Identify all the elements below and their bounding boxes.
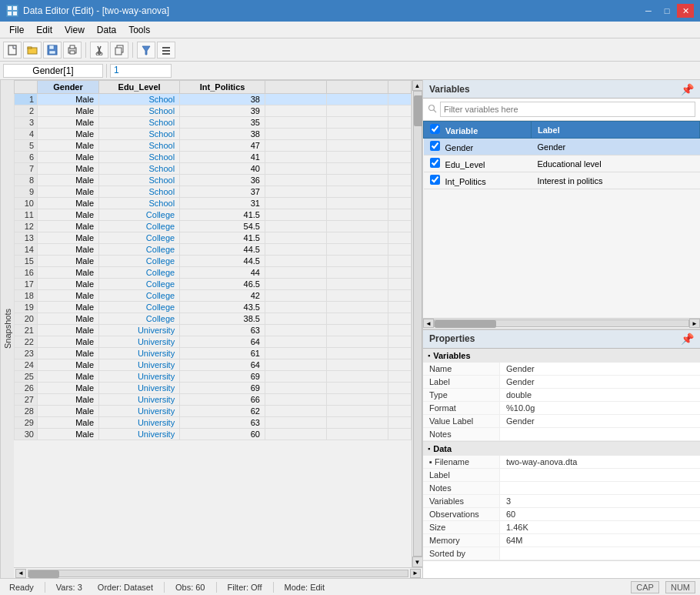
vars-checkbox[interactable]: [430, 175, 440, 185]
cell-int[interactable]: 40: [180, 163, 265, 175]
cell-edu[interactable]: School: [99, 140, 180, 152]
vscroll-track[interactable]: [413, 91, 422, 557]
cell-edu[interactable]: College: [99, 279, 180, 290]
table-row[interactable]: 18 Male College 42: [15, 290, 412, 302]
cell-gender[interactable]: Male: [38, 325, 99, 336]
cell-gender[interactable]: Male: [38, 267, 99, 279]
cell-int[interactable]: 46.5: [180, 279, 265, 290]
vars-hscroll-thumb[interactable]: [435, 320, 496, 328]
cell-gender[interactable]: Male: [38, 152, 99, 163]
cell-gender[interactable]: Male: [38, 290, 99, 302]
cell-edu[interactable]: University: [99, 348, 180, 359]
table-row[interactable]: 17 Male College 46.5: [15, 279, 412, 290]
table-row[interactable]: 29 Male University 63: [15, 417, 412, 429]
grid-hscroll[interactable]: ◄ ►: [14, 567, 422, 578]
cell-edu[interactable]: College: [99, 244, 180, 256]
cell-gender[interactable]: Male: [38, 105, 99, 117]
prop-section-variables-header[interactable]: ▪ Variables: [423, 349, 700, 363]
cell-int[interactable]: 41.5: [180, 209, 265, 221]
cell-int[interactable]: 38.5: [180, 313, 265, 325]
cell-gender[interactable]: Male: [38, 256, 99, 267]
table-row[interactable]: 14 Male College 44.5: [15, 244, 412, 256]
table-row[interactable]: 1 Male School 38: [15, 94, 412, 105]
cell-gender[interactable]: Male: [38, 140, 99, 152]
table-row[interactable]: 30 Male University 60: [15, 429, 412, 440]
maximize-button[interactable]: □: [658, 4, 675, 18]
cell-edu[interactable]: University: [99, 406, 180, 417]
cell-int[interactable]: 44.5: [180, 244, 265, 256]
hscroll-right[interactable]: ►: [410, 569, 421, 578]
table-row[interactable]: 27 Male University 66: [15, 394, 412, 406]
cell-int[interactable]: 31: [180, 198, 265, 209]
cell-gender[interactable]: Male: [38, 117, 99, 129]
cell-gender[interactable]: Male: [38, 186, 99, 198]
cell-edu[interactable]: University: [99, 383, 180, 394]
table-row[interactable]: 7 Male School 40: [15, 163, 412, 175]
cell-int[interactable]: 66: [180, 394, 265, 406]
cell-gender[interactable]: Male: [38, 129, 99, 140]
cell-int[interactable]: 37: [180, 186, 265, 198]
table-row[interactable]: 28 Male University 62: [15, 406, 412, 417]
cell-gender[interactable]: Male: [38, 302, 99, 313]
cell-int[interactable]: 43.5: [180, 302, 265, 313]
cell-edu[interactable]: School: [99, 163, 180, 175]
cell-edu[interactable]: School: [99, 117, 180, 129]
table-row[interactable]: 12 Male College 54.5: [15, 221, 412, 232]
close-button[interactable]: ✕: [677, 4, 694, 18]
cell-gender[interactable]: Male: [38, 417, 99, 429]
cell-gender[interactable]: Male: [38, 429, 99, 440]
vars-checkbox[interactable]: [430, 158, 440, 168]
cell-gender[interactable]: Male: [38, 348, 99, 359]
table-row[interactable]: 5 Male School 47: [15, 140, 412, 152]
cell-int[interactable]: 39: [180, 105, 265, 117]
cell-int[interactable]: 63: [180, 417, 265, 429]
cell-edu[interactable]: School: [99, 94, 180, 105]
cell-edu[interactable]: University: [99, 429, 180, 440]
vscroll-thumb[interactable]: [414, 95, 423, 126]
vars-select-all[interactable]: [430, 124, 440, 134]
menu-edit[interactable]: Edit: [30, 23, 58, 37]
table-row[interactable]: 8 Male School 36: [15, 175, 412, 186]
cell-int[interactable]: 38: [180, 94, 265, 105]
toolbar-save[interactable]: [43, 42, 62, 58]
cell-int[interactable]: 69: [180, 371, 265, 383]
toolbar-open[interactable]: [23, 42, 42, 58]
table-row[interactable]: 3 Male School 35: [15, 117, 412, 129]
cell-int[interactable]: 41: [180, 152, 265, 163]
cell-gender[interactable]: Male: [38, 313, 99, 325]
variables-pin-icon[interactable]: 📌: [681, 83, 694, 95]
cell-gender[interactable]: Male: [38, 94, 99, 105]
cell-edu[interactable]: College: [99, 290, 180, 302]
cell-edu[interactable]: School: [99, 198, 180, 209]
cell-edu[interactable]: College: [99, 313, 180, 325]
menu-tools[interactable]: Tools: [122, 23, 156, 37]
table-row[interactable]: 15 Male College 44.5: [15, 256, 412, 267]
cell-edu[interactable]: College: [99, 267, 180, 279]
toolbar-print[interactable]: [63, 42, 82, 58]
properties-pin-icon[interactable]: 📌: [681, 333, 694, 345]
menu-data[interactable]: Data: [91, 23, 122, 37]
cell-gender[interactable]: Male: [38, 383, 99, 394]
vscroll-up[interactable]: ▲: [412, 80, 423, 91]
table-row[interactable]: 2 Male School 39: [15, 105, 412, 117]
data-grid-scroll[interactable]: Gender Edu_Level Int_Politics 1 Male Sch…: [14, 80, 412, 567]
toolbar-new[interactable]: [3, 42, 22, 58]
table-row[interactable]: 21 Male University 63: [15, 325, 412, 336]
cell-int[interactable]: 44.5: [180, 256, 265, 267]
vars-cell-name[interactable]: Gender: [424, 139, 532, 155]
vars-cell-name[interactable]: Int_Politics: [424, 172, 532, 189]
cell-edu[interactable]: University: [99, 359, 180, 371]
cell-gender[interactable]: Male: [38, 279, 99, 290]
cell-gender[interactable]: Male: [38, 359, 99, 371]
table-row[interactable]: 16 Male College 44: [15, 267, 412, 279]
cell-gender[interactable]: Male: [38, 198, 99, 209]
vars-hscroll-track[interactable]: [434, 319, 689, 327]
hscroll-left[interactable]: ◄: [15, 569, 26, 578]
cell-int[interactable]: 69: [180, 383, 265, 394]
toolbar-copy[interactable]: [110, 42, 128, 58]
cell-edu[interactable]: University: [99, 417, 180, 429]
cell-int[interactable]: 42: [180, 290, 265, 302]
vars-hscroll-left[interactable]: ◄: [423, 319, 434, 328]
cell-edu[interactable]: College: [99, 221, 180, 232]
prop-section-data-header[interactable]: ▪ Data: [423, 442, 700, 456]
